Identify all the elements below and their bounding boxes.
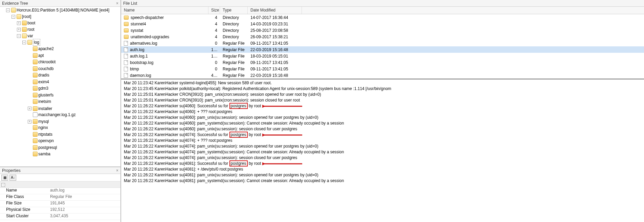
- file-name: speech-dispatcher: [131, 15, 164, 20]
- close-icon[interactable]: ×: [116, 168, 118, 173]
- tree-label: nginx: [38, 125, 48, 131]
- file-list-header: File List: [121, 0, 644, 7]
- tree-node-mysql[interactable]: +mysql: [27, 118, 49, 125]
- tree-label: ntpstats: [38, 131, 52, 137]
- folder-icon: [33, 99, 38, 104]
- col-type-header[interactable]: Type: [220, 7, 248, 14]
- tree-label: exim4: [38, 79, 49, 85]
- file-size: 0: [208, 41, 220, 46]
- expand-icon[interactable]: +: [28, 107, 31, 110]
- categorize-icon[interactable]: ▦: [1, 175, 8, 181]
- collapse-icon[interactable]: –: [17, 34, 21, 38]
- log-line: Mar 20 11:23:45 KarenHacker polkitd(auth…: [124, 86, 641, 92]
- spacer-icon: [28, 53, 31, 57]
- file-name: btmp: [130, 67, 139, 71]
- property-value: auth.log: [50, 188, 120, 194]
- file-name: auth.log: [130, 47, 145, 52]
- tree-label: dradis: [38, 72, 49, 78]
- file-row[interactable]: auth.log.1131Regular File18-03-2019 05:1…: [121, 53, 644, 59]
- folder-icon: [27, 40, 32, 45]
- tree-node-dradis[interactable]: dradis: [27, 72, 50, 78]
- log-line: Mar 20 11:26:22 KarenHacker su[4060]: pa…: [124, 115, 641, 120]
- expand-icon[interactable]: +: [17, 28, 21, 31]
- tree-label: macchanger.log.1.gz: [38, 112, 76, 118]
- collapse-icon[interactable]: –: [6, 8, 10, 12]
- file-row[interactable]: btmp0Regular File09-11-2017 13:41:05: [121, 66, 644, 72]
- tree-node-glusterfs[interactable]: glusterfs: [27, 92, 54, 98]
- file-row[interactable]: stunnel44Directory14-03-2019 03:23:31: [121, 21, 644, 27]
- folder-icon: [33, 106, 38, 111]
- expand-icon[interactable]: +: [17, 21, 21, 25]
- file-row[interactable]: sysstat4Directory25-08-2017 20:08:58: [121, 27, 644, 34]
- log-line: Mar 20 11:26:22 KarenHacker su[4074]: + …: [124, 138, 641, 143]
- tree-node-inetsim[interactable]: inetsim: [27, 98, 52, 105]
- file-type: Regular File: [220, 41, 248, 46]
- file-row[interactable]: daemon.log422Regular File22-03-2019 15:1…: [121, 72, 644, 79]
- tree-node-macchanger.log.1.gz[interactable]: macchanger.log.1.gz: [27, 112, 76, 118]
- file-row[interactable]: bootstrap.log0Regular File09-11-2017 13:…: [121, 59, 644, 66]
- evidence-tree[interactable]: – Horcrux.E01:Partition 5 [14304MB]:NONA…: [0, 7, 120, 166]
- tree-node-installer[interactable]: +installer: [27, 106, 53, 112]
- col-name-header[interactable]: Name: [121, 7, 208, 14]
- folder-icon: [124, 22, 129, 26]
- sort-az-icon[interactable]: A↓: [9, 175, 16, 181]
- folder-icon: [33, 125, 38, 130]
- property-row: Start Cluster3,047,435: [0, 214, 120, 220]
- tree-label: postgresql: [38, 145, 57, 151]
- tree-node-root2[interactable]: +root: [16, 26, 35, 32]
- tree-node-exim4[interactable]: exim4: [27, 79, 50, 85]
- tree-node-root[interactable]: – [root]: [11, 14, 32, 20]
- tree-node-apt[interactable]: apt: [27, 52, 45, 59]
- collapse-icon[interactable]: –: [22, 41, 26, 44]
- log-line: Mar 20 11:26:22 KarenHacker su[4060]: pa…: [124, 126, 641, 132]
- file-type: Regular File: [220, 67, 248, 71]
- file-row[interactable]: unattended-upgrades4Directory26-09-2017 …: [121, 34, 644, 40]
- tree-node-nginx[interactable]: nginx: [27, 125, 49, 131]
- spacer-icon: [28, 87, 31, 90]
- log-line: Mar 20 11:26:22 KarenHacker su[4060]: Su…: [124, 103, 641, 109]
- tree-node-chkrootkit[interactable]: chkrootkit: [27, 59, 56, 65]
- content-viewer[interactable]: Mar 20 11:23:42 KarenHacker systemd-logi…: [121, 80, 644, 222]
- file-row[interactable]: alternatives.log0Regular File09-11-2017 …: [121, 40, 644, 46]
- tree-node-log[interactable]: –log: [22, 39, 41, 46]
- file-icon: [124, 73, 128, 78]
- folder-icon: [17, 14, 21, 19]
- file-icon: [124, 60, 128, 65]
- spacer-icon: [28, 146, 31, 149]
- expand-icon[interactable]: +: [28, 120, 31, 124]
- tree-node-partition[interactable]: – Horcrux.E01:Partition 5 [14304MB]:NONA…: [5, 7, 110, 13]
- file-type: Regular File: [220, 54, 248, 59]
- collapse-icon[interactable]: –: [12, 15, 15, 19]
- tree-node-var[interactable]: –var: [16, 33, 34, 39]
- property-value: 191,845: [50, 201, 120, 207]
- tree-node-apache2[interactable]: apache2: [27, 46, 54, 52]
- close-icon[interactable]: ×: [116, 1, 118, 6]
- tree-label: inetsim: [38, 98, 51, 105]
- file-list-title: File List: [123, 1, 642, 6]
- file-date: 22-03-2019 15:16:48: [248, 73, 302, 78]
- spacer-icon: [28, 126, 31, 130]
- spacer-icon: [28, 152, 31, 156]
- property-row: File Size191,845: [0, 201, 120, 207]
- tree-node-gdm3[interactable]: gdm3: [27, 85, 49, 91]
- col-date-header[interactable]: Date Modified: [248, 7, 302, 14]
- tree-node-samba[interactable]: samba: [27, 151, 51, 157]
- tree-node-couchdb[interactable]: couchdb: [27, 66, 54, 72]
- tree-node-ntpstats[interactable]: ntpstats: [27, 131, 53, 137]
- tree-node-boot[interactable]: +boot: [16, 20, 36, 26]
- file-row[interactable]: speech-dispatcher4Directory14-07-2017 16…: [121, 14, 644, 21]
- properties-toolbar: ▦ A↓: [0, 174, 120, 181]
- collapse-icon[interactable]: –: [1, 183, 5, 187]
- file-date: 26-09-2017 15:38:21: [248, 35, 302, 39]
- spacer-icon: [28, 67, 31, 70]
- file-list-body[interactable]: speech-dispatcher4Directory14-07-2017 16…: [121, 14, 644, 79]
- tree-label: apt: [38, 52, 44, 59]
- property-row: File ClassRegular File: [0, 194, 120, 201]
- properties-category[interactable]: –: [0, 181, 120, 188]
- col-size-header[interactable]: Size: [208, 7, 220, 14]
- file-row[interactable]: auth.log188Regular File22-03-2019 15:16:…: [121, 46, 644, 53]
- folder-icon: [33, 132, 38, 137]
- tree-node-openvpn[interactable]: openvpn: [27, 138, 54, 144]
- property-value: Regular File: [50, 194, 120, 200]
- tree-node-postgresql[interactable]: postgresql: [27, 145, 58, 151]
